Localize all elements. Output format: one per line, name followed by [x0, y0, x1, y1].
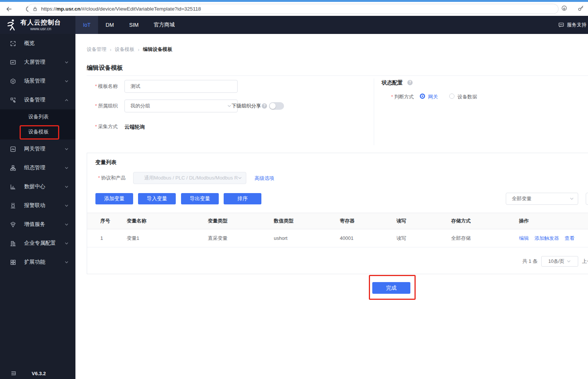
col-header-value-type: 数值类型	[274, 218, 340, 224]
service-support-button[interactable]: 服务支持	[558, 16, 587, 34]
cell-index: 1	[87, 235, 127, 241]
browser-back-button[interactable]	[5, 5, 13, 13]
sidebar-item-label: 企业专属配置	[24, 240, 64, 247]
send-to-device-icon[interactable]	[561, 5, 568, 12]
sub-org-share-label: 下级组织分享	[232, 100, 261, 112]
table-row: 1 变量1 直采变量 ushort 40001 读写 全部存储 编辑 添加触发器…	[87, 229, 588, 247]
breadcrumb: 设备管理 设备模板 编辑设备模板	[87, 46, 172, 53]
radio-gateway-label[interactable]: 网关	[428, 94, 438, 100]
chevron-down-icon	[64, 166, 69, 170]
version-label: V6.3.2	[32, 371, 46, 376]
col-header-register: 寄存器	[340, 218, 396, 224]
organization-select[interactable]: 我的分组	[124, 100, 238, 112]
export-variable-button[interactable]: 导出变量	[181, 193, 219, 204]
sidebar-item-label: 大屏管理	[24, 59, 64, 66]
col-header-rw: 读写	[396, 218, 451, 224]
scada-icon	[10, 165, 16, 171]
judge-mode-label: *判断方式	[391, 94, 414, 100]
divider	[87, 75, 588, 76]
cell-storage: 全部存储	[451, 235, 519, 242]
chevron-down-icon	[64, 222, 69, 227]
variable-list-title: 变量列表	[95, 159, 117, 166]
chevron-down-icon	[64, 79, 69, 83]
collect-mode-label: *采集方式	[75, 123, 118, 130]
breadcrumb-device-mgmt[interactable]: 设备管理	[87, 46, 106, 53]
app-header: 有人云控制台 www.usr.cn IoT DM SIM 官方商城 服务支持	[0, 16, 588, 34]
import-variable-button[interactable]: 导入变量	[138, 193, 176, 204]
template-name-input[interactable]: 测试	[124, 80, 238, 93]
view-link[interactable]: 查看	[565, 235, 574, 242]
add-variable-button[interactable]: 添加变量	[95, 193, 133, 204]
protocol-select[interactable]: 通用Modbus / PLC / DL/Modbus/Modbus R1	[133, 172, 246, 184]
sidebar-item-label: 设备管理	[24, 97, 64, 103]
help-icon[interactable]	[262, 103, 267, 109]
protocol-value: 通用Modbus / PLC / DL/Modbus/Modbus R1	[144, 175, 238, 181]
extend-icon	[10, 259, 16, 265]
sub-org-share-toggle[interactable]	[269, 102, 284, 110]
radio-device-data-label[interactable]: 设备数据	[458, 94, 477, 100]
sidebar-subitem-device-template[interactable]: 设备模板	[0, 124, 75, 140]
sidebar-item-screen-mgmt[interactable]: 大屏管理	[0, 53, 75, 72]
collapse-sidebar-icon[interactable]	[11, 370, 17, 376]
total-count-label: 共 1 条	[522, 256, 537, 267]
organization-label: *所属组织	[75, 100, 118, 112]
template-name-value: 测试	[130, 83, 140, 90]
gateway-icon	[10, 146, 16, 152]
radio-gateway[interactable]	[420, 94, 425, 99]
sidebar-item-label: 场景管理	[24, 78, 64, 84]
key-icon[interactable]	[577, 5, 584, 12]
required-asterisk: *	[95, 103, 97, 109]
enterprise-icon	[10, 240, 16, 247]
variable-filter-select[interactable]: 全部变量	[506, 193, 578, 205]
help-icon[interactable]	[407, 80, 413, 85]
cell-var-type: 直采变量	[208, 235, 274, 242]
breadcrumb-current: 编辑设备模板	[143, 46, 172, 53]
sidebar-item-value-added-services[interactable]: 增值服务	[0, 215, 75, 234]
template-name-label: *模板名称	[75, 80, 118, 93]
sidebar-subitem-device-list[interactable]: 设备列表	[0, 109, 75, 124]
col-header-name: 变量名称	[127, 218, 208, 224]
advanced-options-link[interactable]: 高级选项	[255, 175, 274, 182]
cell-name: 变量1	[127, 235, 208, 242]
sort-button[interactable]: 排序	[224, 193, 261, 204]
sidebar-item-enterprise-config[interactable]: 企业专属配置	[0, 234, 75, 253]
device-icon	[10, 97, 16, 103]
breadcrumb-device-template[interactable]: 设备模板	[115, 46, 134, 53]
organization-value: 我的分组	[130, 103, 150, 109]
search-input-clipped[interactable]	[586, 193, 588, 205]
tab-dm[interactable]: DM	[98, 16, 121, 34]
data-center-icon	[10, 184, 16, 190]
cell-register: 40001	[340, 235, 396, 241]
add-trigger-link[interactable]: 添加触发器	[534, 235, 559, 242]
sidebar-footer: V6.3.2	[0, 368, 75, 379]
page-size-select[interactable]: 10条/页	[541, 256, 578, 267]
chevron-down-icon	[64, 147, 69, 151]
sidebar-item-data-center[interactable]: 数据中心	[0, 177, 75, 196]
variable-list-card: 变量列表 *协议和产品 通用Modbus / PLC / DL/Modbus/M…	[87, 153, 588, 274]
col-header-index: 序号	[87, 218, 127, 224]
chevron-down-icon	[227, 104, 232, 108]
chevron-down-icon	[64, 60, 69, 64]
tab-sim[interactable]: SIM	[121, 16, 146, 34]
prev-page-button[interactable]: 上一页	[582, 256, 588, 267]
sidebar-item-alarm-linkage[interactable]: 报警联动	[0, 196, 75, 215]
logo[interactable]: 有人云控制台 www.usr.cn	[0, 16, 75, 34]
sidebar-item-overview[interactable]: 概览	[0, 34, 75, 53]
logo-subtitle: www.usr.cn	[30, 26, 51, 31]
sidebar-item-scene-mgmt[interactable]: 场景管理	[0, 72, 75, 91]
done-button[interactable]: 完成	[372, 282, 410, 294]
radio-device-data[interactable]	[449, 94, 454, 99]
address-bar[interactable]: https://mp.usr.cn/#/cloud/device/ViewEdi…	[28, 4, 559, 14]
sidebar-item-label: 增值服务	[24, 221, 64, 228]
service-support-label: 服务支持	[567, 21, 586, 28]
sidebar-item-scada-mgmt[interactable]: 组态管理	[0, 158, 75, 177]
tab-iot[interactable]: IoT	[75, 16, 98, 34]
screen-icon	[10, 59, 16, 66]
sidebar-item-gateway-mgmt[interactable]: 网关管理	[0, 140, 75, 158]
edit-link[interactable]: 编辑	[519, 235, 529, 242]
sidebar-item-extended-functions[interactable]: 扩展功能	[0, 253, 75, 272]
usr-running-person-icon	[6, 19, 17, 31]
sidebar-item-device-mgmt[interactable]: 设备管理	[0, 91, 75, 109]
tab-official-mall[interactable]: 官方商城	[146, 16, 182, 34]
sidebar-item-label: 报警联动	[24, 202, 64, 209]
